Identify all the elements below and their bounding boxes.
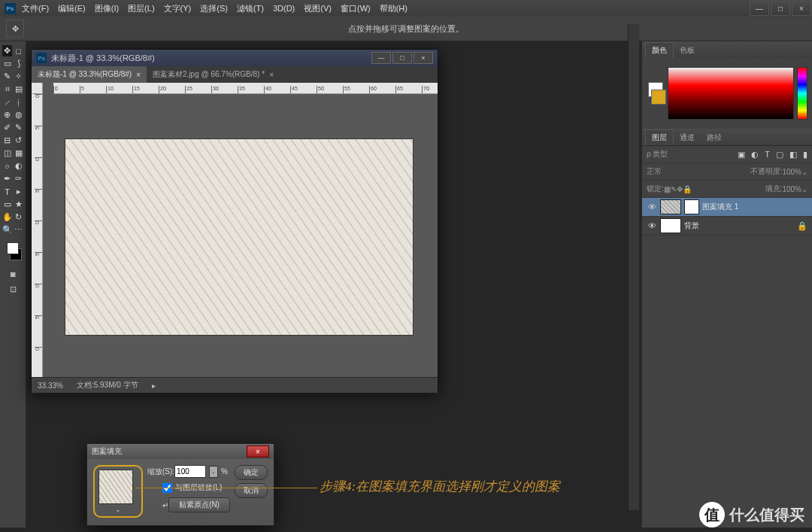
layer-name[interactable]: 背景 bbox=[684, 220, 699, 231]
zoom-level[interactable]: 33.33% bbox=[38, 382, 63, 390]
artboard-tool[interactable]: □ bbox=[14, 45, 23, 56]
tab-swatches[interactable]: 色板 bbox=[674, 43, 701, 58]
brush-tool[interactable]: ✐ bbox=[2, 122, 12, 133]
bg-color-swatch[interactable] bbox=[651, 90, 666, 105]
tab-color[interactable]: 颜色 bbox=[645, 42, 674, 58]
crop-tool[interactable]: ⌗ bbox=[2, 84, 12, 95]
type-tool[interactable]: T bbox=[2, 186, 12, 197]
menu-window[interactable]: 窗口(W) bbox=[341, 3, 371, 14]
panel-dock-collapse[interactable] bbox=[628, 24, 639, 510]
hand-tool[interactable]: ✋ bbox=[2, 211, 12, 223]
blend-mode-select[interactable]: 正常 bbox=[647, 166, 662, 177]
marquee-tool[interactable]: ▭ bbox=[2, 58, 12, 69]
layer-mask-thumb[interactable] bbox=[684, 199, 699, 214]
scale-input[interactable] bbox=[174, 465, 206, 478]
pattern-dropdown-icon[interactable]: ⌄ bbox=[115, 506, 121, 513]
lock-trans-icon[interactable]: ▦ bbox=[664, 185, 671, 193]
patch-tool[interactable]: ◍ bbox=[14, 109, 23, 120]
lasso-tool[interactable]: ⟆ bbox=[14, 58, 23, 69]
layer-thumb[interactable] bbox=[660, 199, 681, 214]
zoom-tool[interactable]: 🔍 bbox=[2, 224, 12, 236]
close-button[interactable]: × bbox=[792, 1, 811, 16]
edit-toolbar[interactable]: ⋯ bbox=[14, 224, 23, 236]
menu-view[interactable]: 视图(V) bbox=[304, 3, 332, 14]
dodge-tool[interactable]: ◐ bbox=[14, 160, 23, 172]
gradient-tool[interactable]: ▦ bbox=[14, 147, 23, 159]
opacity-value[interactable]: 100% bbox=[782, 168, 801, 176]
menu-file[interactable]: 文件(F) bbox=[22, 3, 49, 14]
history-brush-tool[interactable]: ↺ bbox=[14, 135, 23, 146]
lock-all-icon[interactable]: 🔒 bbox=[683, 185, 692, 193]
document-titlebar[interactable]: Ps 未标题-1 @ 33.3%(RGB/8#) — □ × bbox=[32, 50, 438, 66]
doc-close-button[interactable]: × bbox=[414, 52, 433, 64]
menu-filter[interactable]: 滤镜(T) bbox=[237, 3, 264, 14]
doc-tab-1[interactable]: 未标题-1 @ 33.3%(RGB/8#)× bbox=[32, 66, 147, 83]
rotate-view-tool[interactable]: ↻ bbox=[14, 211, 23, 223]
maximize-button[interactable]: □ bbox=[771, 1, 790, 16]
rectangle-tool[interactable]: ▭ bbox=[2, 199, 12, 210]
path-select-tool[interactable]: ▸ bbox=[14, 186, 23, 197]
ok-button[interactable]: 确定 bbox=[235, 465, 268, 480]
canvas[interactable] bbox=[43, 94, 438, 377]
layer-name[interactable]: 图案填充 1 bbox=[702, 202, 738, 212]
pattern-thumbnail[interactable] bbox=[98, 470, 133, 504]
menu-type[interactable]: 文字(Y) bbox=[164, 3, 192, 14]
spot-heal-tool[interactable]: ⊕ bbox=[2, 109, 12, 120]
dialog-titlebar[interactable]: 图案填充 × bbox=[87, 444, 274, 459]
doc-maximize-button[interactable]: □ bbox=[392, 52, 412, 64]
pencil-tool[interactable]: ✎ bbox=[14, 122, 23, 133]
lock-paint-icon[interactable]: ✎ bbox=[671, 185, 677, 193]
move-tool-icon[interactable]: ✥ bbox=[6, 20, 24, 38]
tab-channels[interactable]: 通道 bbox=[674, 130, 701, 145]
layer-filter-label[interactable]: ρ 类型 bbox=[647, 149, 668, 160]
doc-minimize-button[interactable]: — bbox=[371, 52, 391, 64]
visibility-icon[interactable]: 👁 bbox=[647, 202, 657, 211]
ruler-vertical[interactable]: 050505050 bbox=[32, 94, 43, 377]
snap-origin-button[interactable]: 贴紧原点(N) bbox=[168, 497, 230, 512]
filter-smart-icon[interactable]: ◧ bbox=[789, 150, 797, 160]
lock-pos-icon[interactable]: ✥ bbox=[677, 185, 683, 193]
layer-row-background[interactable]: 👁 背景 🔒 bbox=[642, 217, 812, 236]
layer-thumb[interactable] bbox=[660, 218, 681, 233]
pen-tool[interactable]: ✒ bbox=[2, 173, 12, 184]
menu-select[interactable]: 选择(S) bbox=[200, 3, 228, 14]
dialog-close-button[interactable]: × bbox=[247, 445, 269, 458]
filter-shape-icon[interactable]: ▢ bbox=[776, 150, 783, 160]
menu-layer[interactable]: 图层(L) bbox=[128, 3, 154, 14]
quickmask-toggle[interactable]: ◙ bbox=[2, 268, 23, 280]
menu-edit[interactable]: 编辑(E) bbox=[58, 3, 86, 14]
eyedropper-tool[interactable]: ⟋ bbox=[2, 96, 12, 108]
menu-image[interactable]: 图像(I) bbox=[95, 3, 119, 14]
close-icon[interactable]: × bbox=[136, 71, 141, 79]
filter-toggle-icon[interactable]: ▮ bbox=[803, 150, 807, 160]
layer-row-pattern[interactable]: 👁 图案填充 1 bbox=[642, 198, 812, 217]
ruler-tool[interactable]: ⟊ bbox=[14, 96, 23, 108]
ruler-horizontal[interactable]: 0510152025303540455055606570 bbox=[53, 83, 438, 94]
filter-type-icon[interactable]: T bbox=[765, 150, 770, 159]
tab-layers[interactable]: 图层 bbox=[645, 129, 674, 145]
filter-adjust-icon[interactable]: ◐ bbox=[751, 150, 759, 160]
tab-paths[interactable]: 路径 bbox=[701, 130, 728, 145]
slice-tool[interactable]: ▤ bbox=[14, 84, 23, 95]
clone-stamp-tool[interactable]: ⊟ bbox=[2, 135, 12, 146]
blur-tool[interactable]: ○ bbox=[2, 160, 12, 172]
ruler-origin[interactable] bbox=[32, 83, 43, 94]
custom-shape-tool[interactable]: ★ bbox=[14, 199, 23, 210]
fill-value[interactable]: 100% bbox=[782, 185, 801, 193]
quickselect-tool[interactable]: ✎ bbox=[2, 71, 12, 82]
cancel-button[interactable]: 取消 bbox=[235, 483, 268, 498]
menu-help[interactable]: 帮助(H) bbox=[380, 3, 408, 14]
move-tool[interactable]: ✥ bbox=[2, 45, 12, 56]
scale-dropdown-icon[interactable]: ⌄ bbox=[209, 466, 218, 478]
menu-3d[interactable]: 3D(D) bbox=[273, 4, 295, 13]
close-icon[interactable]: × bbox=[269, 71, 274, 79]
eraser-tool[interactable]: ◫ bbox=[2, 147, 12, 159]
status-chevron-icon[interactable]: ▸ bbox=[152, 382, 156, 390]
hue-slider[interactable] bbox=[797, 67, 807, 120]
color-ramp[interactable] bbox=[668, 67, 794, 120]
visibility-icon[interactable]: 👁 bbox=[647, 221, 657, 230]
doc-tab-2[interactable]: 图案素材2.jpg @ 66.7%(RGB/8) *× bbox=[147, 66, 280, 83]
foreground-swatch[interactable] bbox=[7, 242, 19, 254]
minimize-button[interactable]: — bbox=[750, 1, 769, 16]
doc-size[interactable]: 文档:5.93M/0 字节 bbox=[77, 380, 138, 391]
